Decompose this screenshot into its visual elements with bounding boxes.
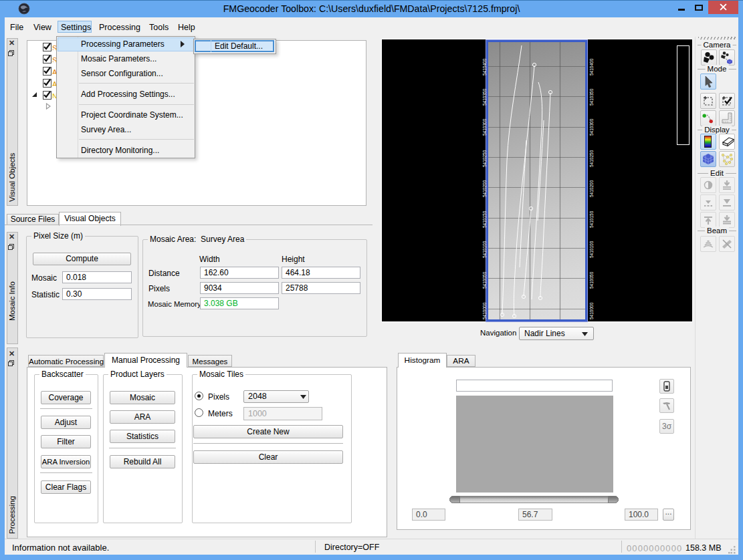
svg-text:5410350: 5410350: [482, 88, 487, 106]
svg-text:5410150: 5410150: [482, 211, 487, 228]
svg-text:5410200: 5410200: [482, 180, 487, 197]
svg-text:5410350: 5410350: [589, 88, 594, 106]
svg-text:5410400: 5410400: [482, 58, 487, 76]
svg-text:5410100: 5410100: [589, 241, 594, 258]
svg-text:5410250: 5410250: [482, 150, 487, 167]
svg-text:5410150: 5410150: [589, 211, 594, 228]
svg-text:5410300: 5410300: [589, 118, 594, 136]
svg-text:5410400: 5410400: [589, 58, 594, 76]
svg-text:5410200: 5410200: [589, 180, 594, 197]
svg-text:5410250: 5410250: [589, 150, 594, 167]
svg-text:5410300: 5410300: [482, 118, 487, 136]
svg-text:5410050: 5410050: [589, 271, 594, 289]
svg-text:5410000: 5410000: [482, 302, 487, 319]
svg-text:5410050: 5410050: [482, 271, 487, 289]
svg-text:5410100: 5410100: [482, 241, 487, 258]
svg-text:5410000: 5410000: [589, 302, 594, 319]
